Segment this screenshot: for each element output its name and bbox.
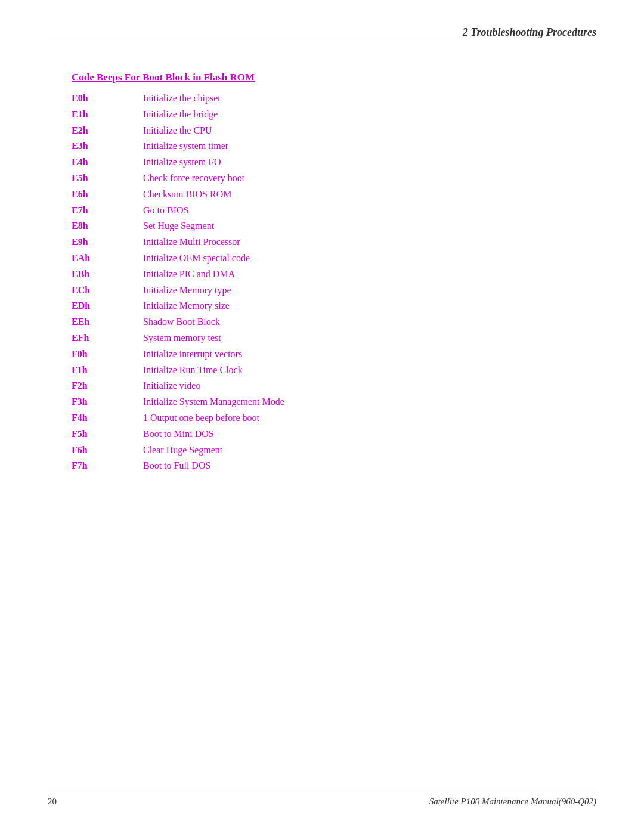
code-cell: ECh xyxy=(72,283,143,299)
table-row: F6hClear Huge Segment xyxy=(72,442,284,459)
description-cell: Initialize Multi Processor xyxy=(143,234,284,250)
description-cell: Initialize Memory type xyxy=(143,283,284,299)
table-row: F3hInitialize System Management Mode xyxy=(72,394,284,410)
description-cell: Boot to Full DOS xyxy=(143,458,284,474)
code-cell: EFh xyxy=(72,330,143,346)
code-cell: E2h xyxy=(72,123,143,139)
code-cell: E7h xyxy=(72,203,143,219)
description-cell: Checksum BIOS ROM xyxy=(143,187,284,203)
table-row: F1hInitialize Run Time Clock xyxy=(72,363,284,379)
code-cell: E5h xyxy=(72,171,143,187)
code-cell: EDh xyxy=(72,298,143,314)
description-cell: Initialize interrupt vectors xyxy=(143,346,284,363)
description-cell: 1 Output one beep before boot xyxy=(143,410,284,426)
description-cell: Initialize System Management Mode xyxy=(143,394,284,410)
description-cell: Go to BIOS xyxy=(143,203,284,219)
table-row: E4hInitialize system I/O xyxy=(72,154,284,171)
page: 2 Troubleshooting Procedures Code Beeps … xyxy=(0,0,644,833)
main-content: Code Beeps For Boot Block in Flash ROM E… xyxy=(48,72,596,474)
table-row: E7hGo to BIOS xyxy=(72,203,284,219)
header-title: 2 Troubleshooting Procedures xyxy=(463,26,596,39)
table-row: EAhInitialize OEM special code xyxy=(72,250,284,267)
code-cell: E0h xyxy=(72,91,143,107)
table-row: E1hInitialize the bridge xyxy=(72,107,284,123)
description-cell: Initialize OEM special code xyxy=(143,250,284,267)
code-cell: F1h xyxy=(72,363,143,379)
code-cell: F4h xyxy=(72,410,143,426)
description-cell: Shadow Boot Block xyxy=(143,314,284,330)
code-table: E0hInitialize the chipsetE1hInitialize t… xyxy=(72,91,284,474)
table-row: F5hBoot to Mini DOS xyxy=(72,426,284,442)
table-row: EChInitialize Memory type xyxy=(72,283,284,299)
code-cell: E4h xyxy=(72,154,143,171)
page-number: 20 xyxy=(48,797,57,807)
table-row: EDhInitialize Memory size xyxy=(72,298,284,314)
table-row: E6hChecksum BIOS ROM xyxy=(72,187,284,203)
manual-name: Satellite P100 Maintenance Manual(960-Q0… xyxy=(429,797,596,807)
code-cell: EAh xyxy=(72,250,143,267)
description-cell: Initialize system timer xyxy=(143,138,284,154)
code-cell: F6h xyxy=(72,442,143,459)
table-row: E0hInitialize the chipset xyxy=(72,91,284,107)
code-cell: F2h xyxy=(72,378,143,394)
code-cell: F0h xyxy=(72,346,143,363)
description-cell: Initialize Memory size xyxy=(143,298,284,314)
table-row: E9hInitialize Multi Processor xyxy=(72,234,284,250)
description-cell: Initialize system I/O xyxy=(143,154,284,171)
description-cell: Initialize Run Time Clock xyxy=(143,363,284,379)
table-row: F2hInitialize video xyxy=(72,378,284,394)
table-row: E3hInitialize system timer xyxy=(72,138,284,154)
table-row: E8hSet Huge Segment xyxy=(72,218,284,234)
table-row: EBhInitialize PIC and DMA xyxy=(72,267,284,283)
code-cell: E1h xyxy=(72,107,143,123)
code-cell: E8h xyxy=(72,218,143,234)
code-cell: F3h xyxy=(72,394,143,410)
description-cell: Initialize the CPU xyxy=(143,123,284,139)
table-row: F7hBoot to Full DOS xyxy=(72,458,284,474)
code-cell: EBh xyxy=(72,267,143,283)
table-row: EEhShadow Boot Block xyxy=(72,314,284,330)
table-row: EFhSystem memory test xyxy=(72,330,284,346)
table-row: E5hCheck force recovery boot xyxy=(72,171,284,187)
code-cell: EEh xyxy=(72,314,143,330)
code-cell: E9h xyxy=(72,234,143,250)
table-row: E2hInitialize the CPU xyxy=(72,123,284,139)
description-cell: Check force recovery boot xyxy=(143,171,284,187)
description-cell: Initialize the bridge xyxy=(143,107,284,123)
description-cell: System memory test xyxy=(143,330,284,346)
description-cell: Set Huge Segment xyxy=(143,218,284,234)
footer-rule xyxy=(48,791,596,791)
description-cell: Boot to Mini DOS xyxy=(143,426,284,442)
description-cell: Initialize video xyxy=(143,378,284,394)
code-cell: F5h xyxy=(72,426,143,442)
description-cell: Initialize the chipset xyxy=(143,91,284,107)
section-title: Code Beeps For Boot Block in Flash ROM xyxy=(72,72,596,83)
table-row: F4h1 Output one beep before boot xyxy=(72,410,284,426)
code-cell: F7h xyxy=(72,458,143,474)
table-row: F0hInitialize interrupt vectors xyxy=(72,346,284,363)
header-rule xyxy=(48,41,596,41)
description-cell: Clear Huge Segment xyxy=(143,442,284,459)
code-cell: E3h xyxy=(72,138,143,154)
code-cell: E6h xyxy=(72,187,143,203)
description-cell: Initialize PIC and DMA xyxy=(143,267,284,283)
